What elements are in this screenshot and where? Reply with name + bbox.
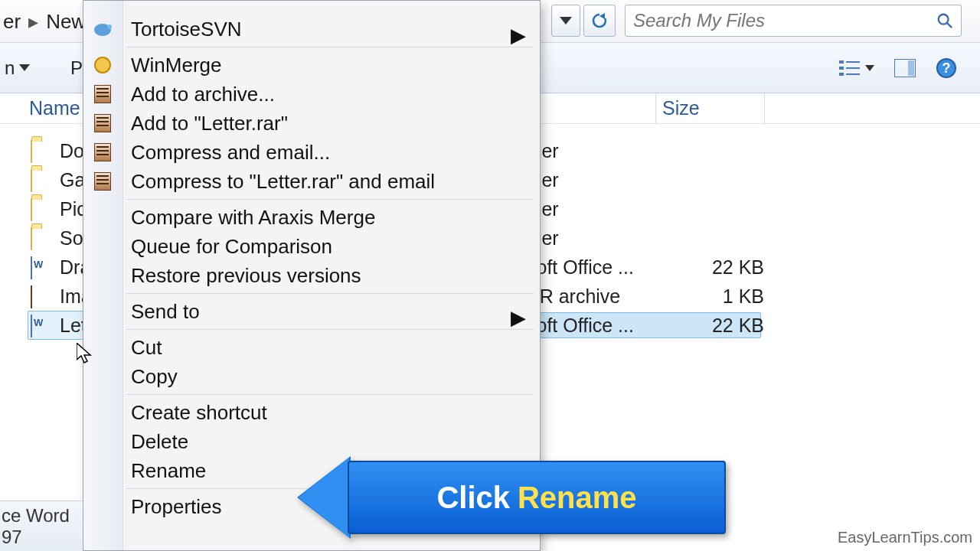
callout-arrow-icon — [299, 458, 349, 537]
file-size: 22 KB — [703, 256, 764, 279]
word-doc-icon — [31, 315, 51, 335]
chevron-down-icon — [560, 17, 572, 24]
breadcrumb-separator-icon: ▸ — [24, 10, 43, 34]
menu-item-label: Add to archive... — [131, 83, 275, 106]
menu-item-delete[interactable]: Delete — [83, 427, 540, 456]
refresh-icon — [590, 11, 609, 30]
search-icon — [936, 12, 953, 29]
menu-item-compare-araxis[interactable]: Compare with Araxis Merge — [83, 203, 540, 232]
menu-item-compress-named-email[interactable]: Compress to "Letter.rar" and email — [83, 167, 540, 196]
search-box[interactable] — [625, 5, 962, 37]
callout-text: Click — [436, 481, 510, 515]
column-header-name[interactable]: Name — [29, 97, 80, 119]
rar-archive-icon — [31, 286, 51, 306]
svg-text:?: ? — [942, 60, 951, 76]
folder-icon — [31, 199, 51, 219]
svg-marker-11 — [865, 65, 874, 71]
svg-marker-19 — [77, 343, 90, 363]
watermark: EasyLearnTips.com — [838, 529, 972, 546]
preview-pane-icon — [894, 59, 916, 77]
folder-icon — [31, 170, 51, 190]
menu-item-label: Rename — [131, 459, 206, 483]
file-name: So — [60, 227, 83, 249]
menu-item-label: Cut — [131, 336, 162, 360]
status-text: ce Word 97 — [2, 505, 83, 548]
view-options-button[interactable] — [836, 56, 877, 80]
path-dropdown-button[interactable] — [551, 5, 580, 37]
chevron-down-icon — [19, 64, 30, 71]
menu-item-copy[interactable]: Copy — [83, 362, 540, 391]
folder-icon — [31, 141, 51, 161]
menu-item-label: Delete — [131, 430, 188, 454]
menu-separator — [126, 394, 534, 395]
menu-item-label: Create shortcut — [131, 401, 267, 425]
file-type: soft Office ... — [527, 315, 657, 337]
column-header-size[interactable]: Size — [662, 97, 700, 119]
svg-rect-5 — [839, 60, 844, 64]
menu-separator — [126, 199, 534, 200]
svg-rect-6 — [846, 61, 860, 63]
file-size: 1 KB — [703, 285, 764, 308]
toolbar-organize-fragment[interactable]: n — [5, 57, 15, 79]
menu-item-restore-previous[interactable]: Restore previous versions — [83, 261, 540, 290]
winrar-icon — [91, 83, 114, 106]
cursor-icon — [77, 343, 93, 364]
menu-item-winmerge[interactable]: WinMerge — [83, 51, 540, 80]
menu-item-cut[interactable]: Cut — [83, 333, 540, 362]
svg-rect-8 — [846, 67, 860, 69]
search-input[interactable] — [633, 10, 936, 31]
menu-item-label: WinMerge — [131, 54, 221, 77]
menu-item-send-to[interactable]: Send to ▶ — [83, 297, 540, 326]
file-size: 22 KB — [703, 315, 764, 337]
chevron-down-icon — [865, 65, 874, 71]
file-type: lder — [527, 169, 657, 191]
submenu-arrow-icon: ▶ — [511, 306, 526, 330]
winrar-icon — [91, 112, 114, 135]
file-name: Ga — [60, 169, 85, 191]
breadcrumb-prev[interactable]: er — [0, 10, 24, 34]
svg-marker-0 — [560, 17, 572, 24]
svg-rect-10 — [846, 73, 860, 75]
menu-item-label: Copy — [131, 365, 178, 389]
column-divider[interactable] — [764, 93, 765, 124]
winrar-icon — [91, 141, 114, 164]
svg-line-3 — [947, 23, 952, 28]
menu-item-queue-comparison[interactable]: Queue for Comparison — [83, 232, 540, 261]
folder-icon — [31, 228, 51, 248]
file-type: lder — [527, 198, 657, 220]
winrar-icon — [91, 170, 114, 193]
menu-item-label: Queue for Comparison — [131, 235, 332, 259]
submenu-arrow-icon: ▶ — [511, 24, 526, 47]
word-doc-icon — [31, 257, 51, 277]
instruction-callout: Click Rename — [297, 461, 726, 534]
menu-item-add-archive[interactable]: Add to archive... — [83, 80, 540, 109]
svg-point-18 — [95, 57, 110, 73]
menu-item-add-named-rar[interactable]: Add to "Letter.rar" — [83, 109, 540, 138]
menu-item-label: TortoiseSVN — [131, 18, 242, 41]
list-view-icon — [839, 59, 861, 77]
preview-pane-button[interactable] — [891, 56, 919, 80]
file-type: AR archive — [527, 285, 657, 308]
menu-item-label: Properties — [131, 495, 222, 519]
file-type: lder — [527, 227, 657, 249]
tortoise-icon — [91, 18, 114, 41]
menu-item-create-shortcut[interactable]: Create shortcut — [83, 398, 540, 427]
menu-item-label: Compress to "Letter.rar" and email — [131, 170, 435, 194]
menu-item-label: Send to — [131, 300, 200, 324]
file-name: Do — [60, 140, 84, 162]
menu-item-label: Restore previous versions — [131, 264, 361, 288]
svg-rect-7 — [839, 67, 844, 70]
callout-body: Click Rename — [348, 461, 726, 534]
menu-separator — [126, 329, 534, 330]
winmerge-icon — [91, 54, 114, 77]
svg-point-17 — [107, 24, 112, 29]
svg-rect-9 — [839, 73, 844, 76]
toolbar-print-fragment[interactable]: P — [70, 57, 83, 79]
help-button[interactable]: ? — [933, 54, 960, 82]
refresh-button[interactable] — [583, 5, 616, 37]
menu-item-label: Compress and email... — [131, 141, 330, 165]
menu-item-compress-email[interactable]: Compress and email... — [83, 138, 540, 167]
menu-separator — [126, 293, 534, 294]
column-divider[interactable] — [655, 93, 656, 124]
menu-item-tortoisesvn[interactable]: TortoiseSVN ▶ — [83, 15, 540, 44]
